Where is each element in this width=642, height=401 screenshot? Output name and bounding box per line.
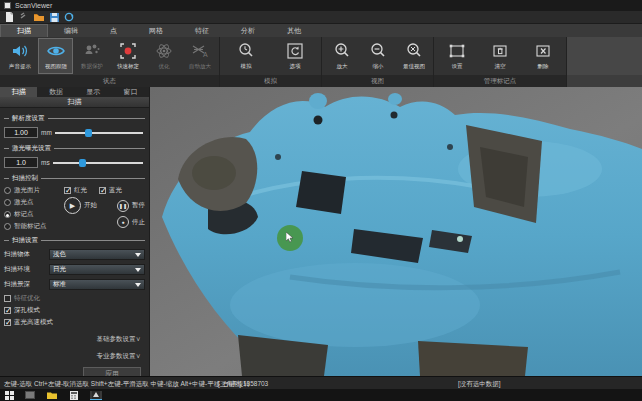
taskbar-calculator-icon[interactable]: [68, 391, 80, 400]
zoom-in-icon: [332, 41, 352, 61]
exposure-slider-handle[interactable]: [79, 159, 86, 167]
taskbar-explorer-icon[interactable]: [24, 391, 36, 400]
tab-edit[interactable]: 编辑: [48, 24, 94, 37]
tab-analysis[interactable]: 分析: [225, 24, 271, 37]
auto-zoom-button[interactable]: A 自动放大: [182, 38, 217, 74]
red-light-checkbox[interactable]: 红光: [64, 186, 87, 195]
tab-scan[interactable]: 扫描: [0, 24, 48, 37]
taskbar-folder-icon[interactable]: [46, 391, 58, 400]
undo-icon[interactable]: [19, 12, 29, 22]
panel-tab-scan[interactable]: 扫描: [0, 87, 37, 97]
auto-zoom-icon: A: [190, 41, 210, 61]
stop-scan-button[interactable]: ● 停止: [117, 216, 145, 228]
exposure-slider[interactable]: [53, 158, 145, 168]
resolution-section-title: 解析度设置: [4, 114, 145, 123]
sync-icon[interactable]: [64, 12, 74, 22]
stop-icon: ●: [117, 216, 129, 228]
save-icon[interactable]: [49, 12, 59, 22]
panel-tab-data[interactable]: 数据: [37, 87, 74, 97]
marker-clear-button[interactable]: 清空: [479, 38, 521, 74]
scan-depth-dropdown[interactable]: 标准: [49, 279, 145, 290]
quick-calibration-button[interactable]: 快速标定: [110, 38, 145, 74]
region-set-icon: [447, 41, 467, 61]
tab-other[interactable]: 其他: [271, 24, 317, 37]
data-protect-button[interactable]: 数据保护: [74, 38, 109, 74]
play-icon: ▶: [64, 197, 81, 214]
optimize-button[interactable]: 优化: [146, 38, 181, 74]
radio-marker-point[interactable]: 标记点: [4, 210, 62, 219]
chevron-down-icon: [135, 268, 141, 272]
pause-scan-button[interactable]: ❚❚ 暂停: [117, 200, 145, 212]
pro-params-link[interactable]: 专业参数设置∨: [97, 352, 141, 361]
resolution-input[interactable]: 1.00: [4, 127, 38, 138]
group-label-markers: 管理标记点: [434, 75, 566, 87]
ribbon-empty-area: [567, 37, 642, 87]
deep-hole-mode-checkbox[interactable]: 深孔模式: [4, 306, 145, 315]
panel-tab-row: 扫描 数据 显示 窗口: [0, 87, 149, 97]
scan-environment-label: 扫描环境: [4, 265, 30, 274]
sound-prompt-button[interactable]: 声音提示: [2, 38, 37, 74]
open-folder-icon[interactable]: [34, 12, 44, 22]
scan-settings-panel: 扫描 数据 显示 窗口 扫描 解析度设置 1.00 mm 激光曝光设置: [0, 87, 150, 376]
feature-optimize-checkbox[interactable]: 特征优化: [4, 294, 145, 303]
app-logo-icon: [4, 2, 11, 9]
exposure-section-title: 激光曝光设置: [4, 144, 145, 153]
resolution-slider[interactable]: [55, 128, 145, 138]
zoom-in-button[interactable]: 放大: [324, 38, 359, 74]
title-bar: ScanViewer: [0, 0, 642, 11]
tab-feature[interactable]: 特征: [179, 24, 225, 37]
blue-highspeed-mode-checkbox[interactable]: 蓝光高速模式: [4, 318, 145, 327]
region-clear-trash-icon: [490, 41, 510, 61]
tab-mesh[interactable]: 网格: [133, 24, 179, 37]
3d-viewport[interactable]: [150, 87, 642, 376]
ribbon-group-view: 放大 缩小 最佳视图 视图: [322, 37, 434, 87]
simulate-button[interactable]: 模拟: [222, 38, 270, 74]
group-label-view: 视图: [322, 75, 433, 87]
selection-status: [没有选中数据]: [458, 380, 501, 389]
exposure-unit: ms: [41, 159, 50, 166]
mouse-hints: 左键-选取 Ctrl+左键-取消选取 Shift+左键-平滑选取 中键-缩放 A…: [4, 380, 250, 389]
chevron-down-icon: [135, 283, 141, 287]
resolution-slider-handle[interactable]: [85, 129, 92, 137]
simulate-magnifier-icon: [236, 41, 256, 61]
best-view-icon: [404, 41, 424, 61]
tab-point[interactable]: 点: [94, 24, 133, 37]
new-file-icon[interactable]: [4, 12, 14, 22]
zoom-out-button[interactable]: 缩小: [360, 38, 395, 74]
radio-smart-marker[interactable]: 智能标记点: [4, 222, 62, 231]
panel-tab-window[interactable]: 窗口: [112, 87, 149, 97]
marker-set-button[interactable]: 设置: [436, 38, 478, 74]
panel-header: 扫描: [0, 97, 149, 108]
basic-params-link[interactable]: 基础参数设置∨: [97, 335, 141, 344]
scan-object-label: 扫描物体: [4, 250, 30, 259]
eye-icon: [46, 41, 66, 61]
scanned-mesh-render: [150, 87, 642, 376]
ribbon-tab-row: 扫描 编辑 点 网格 特征 分析 其他: [0, 24, 642, 37]
options-button[interactable]: 选项: [271, 38, 319, 74]
best-view-button[interactable]: 最佳视图: [396, 38, 431, 74]
exposure-input[interactable]: 1.0: [4, 157, 38, 168]
zoom-out-icon: [368, 41, 388, 61]
start-scan-button[interactable]: ▶ 开始: [64, 197, 97, 214]
scan-object-dropdown[interactable]: 浅色: [49, 249, 145, 260]
view-follow-button[interactable]: 视图跟随: [38, 38, 73, 74]
atom-icon: [154, 41, 174, 61]
region-delete-icon: [533, 41, 553, 61]
radio-laser-point[interactable]: 激光点: [4, 198, 62, 207]
options-reset-icon: [285, 41, 305, 61]
marker-delete-button[interactable]: 删除: [522, 38, 564, 74]
group-label-status: 状态: [0, 75, 219, 87]
users-icon: [82, 41, 102, 61]
radio-laser-patch[interactable]: 激光面片: [4, 186, 62, 195]
quick-access-toolbar: [0, 11, 642, 24]
selection-brush-cursor[interactable]: [277, 225, 303, 251]
scan-environment-dropdown[interactable]: 日光: [49, 264, 145, 275]
window-title: ScanViewer: [15, 2, 52, 9]
chevron-down-icon: [135, 253, 141, 257]
start-button[interactable]: [5, 391, 14, 400]
blue-light-checkbox[interactable]: 蓝光: [99, 186, 122, 195]
taskbar-scanviewer-button[interactable]: [90, 391, 102, 400]
ribbon-group-simulate: 模拟 选项 模拟: [220, 37, 322, 87]
scanviewer-window: ScanViewer 扫描 编辑 点 网格 特征 分析 其他 声音提示: [0, 0, 642, 401]
panel-tab-display[interactable]: 显示: [75, 87, 112, 97]
